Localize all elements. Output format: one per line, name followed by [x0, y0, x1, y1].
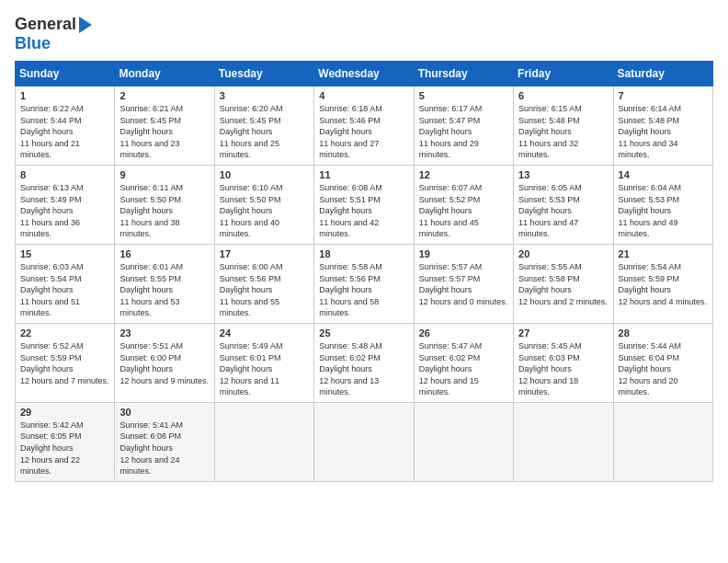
calendar-cell: 7 Sunrise: 6:14 AMSunset: 5:48 PMDayligh…: [613, 86, 712, 166]
cell-info: Sunrise: 6:08 AMSunset: 5:51 PMDaylight …: [319, 183, 382, 238]
calendar-week-3: 15 Sunrise: 6:03 AMSunset: 5:54 PMDaylig…: [16, 244, 713, 323]
cell-info: Sunrise: 6:21 AMSunset: 5:45 PMDaylight …: [119, 104, 183, 159]
logo-triangle-icon: [79, 17, 92, 33]
page-header: General Blue: [15, 15, 713, 53]
calendar-cell: 21 Sunrise: 5:54 AMSunset: 5:59 PMDaylig…: [613, 244, 712, 323]
column-header-tuesday: Tuesday: [214, 62, 313, 86]
cell-info: Sunrise: 6:17 AMSunset: 5:47 PMDaylight …: [419, 104, 483, 159]
calendar-week-2: 8 Sunrise: 6:13 AMSunset: 5:49 PMDayligh…: [16, 165, 713, 244]
day-number: 23: [119, 327, 209, 339]
cell-info: Sunrise: 6:15 AMSunset: 5:48 PMDaylight …: [518, 104, 582, 159]
cell-info: Sunrise: 5:44 AMSunset: 6:04 PMDaylight …: [619, 341, 682, 396]
cell-info: Sunrise: 5:52 AMSunset: 5:59 PMDaylight …: [20, 341, 109, 385]
day-number: 19: [419, 248, 508, 259]
day-number: 14: [619, 169, 708, 180]
cell-info: Sunrise: 6:20 AMSunset: 5:45 PMDaylight …: [220, 104, 283, 159]
day-number: 27: [518, 327, 608, 339]
day-number: 16: [119, 248, 209, 259]
calendar-cell: 6 Sunrise: 6:15 AMSunset: 5:48 PMDayligh…: [514, 86, 613, 166]
calendar-header-row: SundayMondayTuesdayWednesdayThursdayFrid…: [16, 62, 713, 86]
calendar-cell: 15 Sunrise: 6:03 AMSunset: 5:54 PMDaylig…: [16, 244, 115, 323]
calendar-cell: [414, 402, 513, 481]
cell-info: Sunrise: 5:54 AMSunset: 5:59 PMDaylight …: [619, 262, 708, 306]
calendar-cell: 1 Sunrise: 6:22 AMSunset: 5:44 PMDayligh…: [16, 86, 115, 166]
day-number: 3: [220, 90, 309, 101]
day-number: 4: [319, 90, 408, 101]
calendar-cell: 20 Sunrise: 5:55 AMSunset: 5:58 PMDaylig…: [514, 244, 613, 323]
day-number: 6: [518, 90, 608, 101]
column-header-sunday: Sunday: [16, 62, 115, 86]
calendar-cell: 22 Sunrise: 5:52 AMSunset: 5:59 PMDaylig…: [16, 323, 115, 402]
day-number: 21: [619, 248, 708, 259]
cell-info: Sunrise: 6:00 AMSunset: 5:56 PMDaylight …: [220, 262, 283, 317]
day-number: 13: [518, 169, 608, 180]
calendar-cell: 23 Sunrise: 5:51 AMSunset: 6:00 PMDaylig…: [115, 323, 214, 402]
cell-info: Sunrise: 5:51 AMSunset: 6:00 PMDaylight …: [119, 341, 209, 385]
day-number: 7: [619, 90, 708, 101]
day-number: 15: [20, 248, 109, 259]
calendar-cell: 3 Sunrise: 6:20 AMSunset: 5:45 PMDayligh…: [214, 86, 313, 166]
cell-info: Sunrise: 6:03 AMSunset: 5:54 PMDaylight …: [20, 262, 84, 317]
calendar-cell: 27 Sunrise: 5:45 AMSunset: 6:03 PMDaylig…: [514, 323, 613, 402]
calendar-cell: 4 Sunrise: 6:18 AMSunset: 5:46 PMDayligh…: [314, 86, 414, 166]
day-number: 8: [20, 169, 109, 180]
calendar-table: SundayMondayTuesdayWednesdayThursdayFrid…: [15, 61, 713, 482]
day-number: 24: [220, 327, 309, 339]
logo: General Blue: [15, 15, 93, 53]
calendar-cell: 13 Sunrise: 6:05 AMSunset: 5:53 PMDaylig…: [514, 165, 613, 244]
calendar-cell: 25 Sunrise: 5:48 AMSunset: 6:02 PMDaylig…: [314, 323, 414, 402]
cell-info: Sunrise: 6:14 AMSunset: 5:48 PMDaylight …: [619, 104, 682, 159]
cell-info: Sunrise: 6:10 AMSunset: 5:50 PMDaylight …: [220, 183, 283, 238]
column-header-monday: Monday: [115, 62, 214, 86]
calendar-cell: 10 Sunrise: 6:10 AMSunset: 5:50 PMDaylig…: [214, 165, 313, 244]
cell-info: Sunrise: 6:04 AMSunset: 5:53 PMDaylight …: [619, 183, 682, 238]
day-number: 25: [319, 327, 408, 339]
calendar-cell: 5 Sunrise: 6:17 AMSunset: 5:47 PMDayligh…: [414, 86, 513, 166]
calendar-cell: 18 Sunrise: 5:58 AMSunset: 5:56 PMDaylig…: [314, 244, 414, 323]
column-header-thursday: Thursday: [414, 62, 513, 86]
day-number: 9: [119, 169, 209, 180]
day-number: 10: [220, 169, 309, 180]
cell-info: Sunrise: 6:07 AMSunset: 5:52 PMDaylight …: [419, 183, 483, 238]
cell-info: Sunrise: 5:49 AMSunset: 6:01 PMDaylight …: [220, 341, 283, 396]
day-number: 20: [518, 248, 608, 259]
calendar-cell: 12 Sunrise: 6:07 AMSunset: 5:52 PMDaylig…: [414, 165, 513, 244]
day-number: 2: [119, 90, 209, 101]
calendar-cell: 8 Sunrise: 6:13 AMSunset: 5:49 PMDayligh…: [16, 165, 115, 244]
calendar-cell: 19 Sunrise: 5:57 AMSunset: 5:57 PMDaylig…: [414, 244, 513, 323]
day-number: 12: [419, 169, 508, 180]
day-number: 28: [619, 327, 708, 339]
cell-info: Sunrise: 5:58 AMSunset: 5:56 PMDaylight …: [319, 262, 382, 317]
cell-info: Sunrise: 5:57 AMSunset: 5:57 PMDaylight …: [419, 262, 508, 306]
calendar-cell: 9 Sunrise: 6:11 AMSunset: 5:50 PMDayligh…: [115, 165, 214, 244]
cell-info: Sunrise: 5:48 AMSunset: 6:02 PMDaylight …: [319, 341, 382, 396]
column-header-friday: Friday: [514, 62, 613, 86]
calendar-cell: 24 Sunrise: 5:49 AMSunset: 6:01 PMDaylig…: [214, 323, 313, 402]
day-number: 22: [20, 327, 109, 339]
calendar-cell: 26 Sunrise: 5:47 AMSunset: 6:02 PMDaylig…: [414, 323, 513, 402]
calendar-cell: 14 Sunrise: 6:04 AMSunset: 5:53 PMDaylig…: [613, 165, 712, 244]
calendar-week-5: 29 Sunrise: 5:42 AMSunset: 6:05 PMDaylig…: [16, 402, 713, 481]
calendar-cell: 28 Sunrise: 5:44 AMSunset: 6:04 PMDaylig…: [613, 323, 712, 402]
cell-info: Sunrise: 5:41 AMSunset: 6:06 PMDaylight …: [119, 420, 183, 476]
calendar-cell: [613, 402, 712, 481]
cell-info: Sunrise: 5:47 AMSunset: 6:02 PMDaylight …: [419, 341, 483, 396]
calendar-week-1: 1 Sunrise: 6:22 AMSunset: 5:44 PMDayligh…: [16, 86, 713, 166]
column-header-saturday: Saturday: [613, 62, 712, 86]
cell-info: Sunrise: 6:18 AMSunset: 5:46 PMDaylight …: [319, 104, 382, 159]
day-number: 29: [20, 407, 109, 418]
logo-blue-text: Blue: [15, 34, 51, 53]
cell-info: Sunrise: 5:42 AMSunset: 6:05 PMDaylight …: [20, 420, 84, 476]
calendar-cell: 16 Sunrise: 6:01 AMSunset: 5:55 PMDaylig…: [115, 244, 214, 323]
logo-general-text: General: [15, 15, 76, 34]
cell-info: Sunrise: 6:05 AMSunset: 5:53 PMDaylight …: [518, 183, 582, 238]
calendar-cell: 29 Sunrise: 5:42 AMSunset: 6:05 PMDaylig…: [16, 402, 115, 481]
day-number: 18: [319, 248, 408, 259]
day-number: 30: [119, 407, 209, 418]
day-number: 17: [220, 248, 309, 259]
calendar-week-4: 22 Sunrise: 5:52 AMSunset: 5:59 PMDaylig…: [16, 323, 713, 402]
day-number: 26: [419, 327, 508, 339]
calendar-cell: [514, 402, 613, 481]
cell-info: Sunrise: 5:55 AMSunset: 5:58 PMDaylight …: [518, 262, 608, 306]
cell-info: Sunrise: 5:45 AMSunset: 6:03 PMDaylight …: [518, 341, 582, 396]
